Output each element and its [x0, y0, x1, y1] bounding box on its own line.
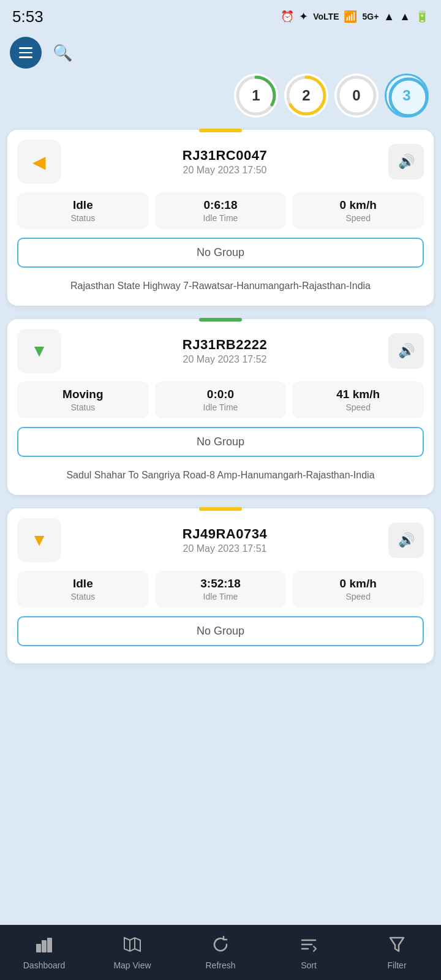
card-1-title-area: RJ31RC0047 20 May 2023 17:50	[61, 148, 388, 176]
counter-3[interactable]: 0	[334, 74, 379, 118]
nav-mapview[interactable]: Map View	[88, 925, 176, 980]
card-3-status-value: Idle	[21, 577, 145, 590]
sound-icon-3: 🔊	[398, 532, 415, 548]
hamburger-icon	[19, 47, 32, 58]
top-bar: 🔍	[0, 31, 441, 74]
refresh-icon	[211, 935, 230, 958]
card-2-status-label: Status	[21, 402, 145, 412]
card-3-speed-box: 0 km/h Speed	[292, 571, 424, 608]
card-2-wrapper: ▼ RJ31RB2222 20 May 2023 17:52 🔊 Moving …	[7, 315, 434, 495]
card-2-status-line	[199, 318, 242, 322]
svg-marker-16	[390, 938, 404, 951]
network-icon: 5G+	[362, 12, 379, 21]
card-3-idletime-label: Idle Time	[159, 592, 283, 601]
nav-refresh[interactable]: Refresh	[176, 925, 265, 980]
card-2-idletime-label: Idle Time	[159, 402, 283, 412]
svg-rect-7	[36, 944, 41, 952]
nav-refresh-label: Refresh	[205, 960, 235, 970]
card-2-speed-value: 41 km/h	[296, 388, 420, 401]
card-1-status-line	[199, 129, 242, 132]
counter-2-value: 2	[302, 87, 310, 104]
counters-row: 1 2 0 3	[0, 74, 441, 126]
card-3-stats-row: Idle Status 3:52:18 Idle Time 0 km/h Spe…	[17, 571, 424, 608]
card-1-wrapper: ◀ RJ31RC0047 20 May 2023 17:50 🔊 Idle St…	[7, 126, 434, 306]
search-button[interactable]: 🔍	[50, 40, 75, 65]
nav-dashboard-label: Dashboard	[23, 960, 66, 970]
vehicle-card-2: ▼ RJ31RB2222 20 May 2023 17:52 🔊 Moving …	[7, 319, 434, 495]
signal2-icon: ▲	[399, 10, 410, 23]
card-1-sound-button[interactable]: 🔊	[388, 144, 424, 179]
card-3-vehicle-id: RJ49RA0734	[61, 526, 388, 542]
card-2-idletime-box: 0:0:0 Idle Time	[155, 382, 287, 418]
card-1-stats-row: Idle Status 0:6:18 Idle Time 0 km/h Spee…	[17, 192, 424, 229]
nav-dashboard[interactable]: Dashboard	[0, 925, 88, 980]
card-1-speed-label: Speed	[296, 213, 420, 223]
card-2-sound-button[interactable]: 🔊	[388, 333, 424, 369]
sort-icon	[300, 935, 318, 958]
card-2-direction-icon: ▼	[17, 329, 61, 373]
card-3-status-line	[199, 507, 242, 511]
card-1-idletime-box: 0:6:18 Idle Time	[155, 192, 287, 229]
card-1-idletime-label: Idle Time	[159, 213, 283, 223]
arrow-down-icon: ▼	[31, 341, 48, 361]
card-1-status-label: Status	[21, 213, 145, 223]
nav-sort[interactable]: Sort	[265, 925, 353, 980]
counter-1-value: 1	[252, 87, 260, 104]
card-1-status-box: Idle Status	[17, 192, 149, 229]
card-3-speed-label: Speed	[296, 592, 420, 601]
card-3-idletime-box: 3:52:18 Idle Time	[155, 571, 287, 608]
card-3-sound-button[interactable]: 🔊	[388, 522, 424, 558]
card-3-direction-icon: ▼	[17, 518, 61, 562]
card-1-status-value: Idle	[21, 198, 145, 212]
card-1-vehicle-id: RJ31RC0047	[61, 148, 388, 164]
wifi-icon: 📶	[344, 10, 357, 23]
mapview-icon	[123, 935, 141, 958]
svg-marker-10	[124, 938, 140, 951]
status-bar: 5:53 ⏰ ✦ VoLTE 📶 5G+ ▲ ▲ 🔋	[0, 0, 441, 31]
bottom-nav: Dashboard Map View Refresh	[0, 925, 441, 980]
card-2-speed-label: Speed	[296, 402, 420, 412]
card-2-group-button[interactable]: No Group	[17, 427, 424, 457]
card-3-idletime-value: 3:52:18	[159, 577, 283, 590]
lte-icon: VoLTE	[313, 12, 339, 21]
card-2-idletime-value: 0:0:0	[159, 388, 283, 401]
card-3-vehicle-date: 20 May 2023 17:51	[61, 543, 388, 554]
card-3-group-button[interactable]: No Group	[17, 616, 424, 646]
search-icon: 🔍	[53, 43, 72, 62]
svg-rect-8	[42, 940, 47, 952]
card-1-direction-icon: ◀	[17, 140, 61, 184]
svg-rect-9	[47, 938, 52, 952]
alarm-icon: ⏰	[281, 10, 294, 23]
status-icons: ⏰ ✦ VoLTE 📶 5G+ ▲ ▲ 🔋	[281, 10, 429, 23]
card-3-wrapper: ▼ RJ49RA0734 20 May 2023 17:51 🔊 Idle St…	[7, 505, 434, 663]
counter-4[interactable]: 3	[385, 74, 429, 118]
card-2-location: Sadul Shahar To Sangriya Road-8 Amp-Hanu…	[17, 464, 424, 485]
arrow-left-icon: ◀	[32, 152, 46, 172]
card-1-vehicle-date: 20 May 2023 17:50	[61, 165, 388, 176]
card-3-speed-value: 0 km/h	[296, 577, 420, 590]
bluetooth-icon: ✦	[299, 10, 308, 23]
card-1-speed-value: 0 km/h	[296, 198, 420, 212]
counter-1[interactable]: 1	[234, 74, 278, 118]
filter-icon	[388, 935, 406, 958]
card-2-title-area: RJ31RB2222 20 May 2023 17:52	[61, 337, 388, 365]
card-1-group-button[interactable]: No Group	[17, 238, 424, 268]
counter-2[interactable]: 2	[284, 74, 328, 118]
card-2-vehicle-date: 20 May 2023 17:52	[61, 354, 388, 365]
card-2-status-value: Moving	[21, 388, 145, 401]
battery-icon: 🔋	[415, 10, 429, 23]
counter-4-value: 3	[402, 87, 410, 104]
nav-mapview-label: Map View	[113, 960, 151, 970]
card-2-header: ▼ RJ31RB2222 20 May 2023 17:52 🔊	[17, 329, 424, 373]
counter-3-value: 0	[352, 87, 360, 104]
card-3-header: ▼ RJ49RA0734 20 May 2023 17:51 🔊	[17, 518, 424, 562]
signal1-icon: ▲	[383, 10, 394, 23]
nav-filter[interactable]: Filter	[353, 925, 441, 980]
vehicle-card-1: ◀ RJ31RC0047 20 May 2023 17:50 🔊 Idle St…	[7, 130, 434, 306]
menu-button[interactable]	[10, 37, 42, 69]
card-1-speed-box: 0 km/h Speed	[292, 192, 424, 229]
card-1-header: ◀ RJ31RC0047 20 May 2023 17:50 🔊	[17, 140, 424, 184]
arrow-down-icon-3: ▼	[31, 530, 48, 550]
card-2-status-box: Moving Status	[17, 382, 149, 418]
sound-icon: 🔊	[398, 154, 415, 170]
